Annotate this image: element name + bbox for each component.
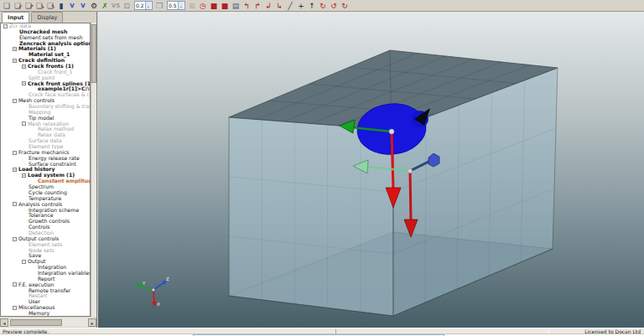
tree-item[interactable]: Cycle counting	[1, 190, 90, 196]
measure-line-icon[interactable]: ╱	[285, 1, 295, 11]
tree-item[interactable]: -Output controls	[1, 236, 90, 242]
tree-item[interactable]: -Output	[1, 259, 90, 265]
tree-item[interactable]: -Crack definition	[1, 58, 90, 64]
tree-vertical-scrollbar[interactable]	[91, 23, 96, 317]
import-file-icon[interactable]: ❏↗	[23, 1, 34, 11]
record-red-icon[interactable]: ■	[220, 1, 230, 11]
orient-corner-4-icon[interactable]: ↳	[274, 1, 284, 11]
tree-item[interactable]: example1r[1]>C:\Users\davidde	[1, 86, 90, 92]
expander-minus-icon[interactable]: -	[13, 99, 17, 103]
save-project-icon[interactable]: ▮	[56, 1, 66, 11]
expander-minus-icon[interactable]: -	[22, 260, 26, 264]
tab-display[interactable]: Display	[31, 12, 63, 23]
orient-corner-1-icon[interactable]: ↰	[242, 1, 252, 11]
tree-item[interactable]: Element sets	[1, 242, 90, 248]
scroll-right-icon[interactable]: ▸	[88, 318, 96, 327]
tree-item[interactable]: Element sets from mesh	[1, 35, 90, 41]
expander-minus-icon[interactable]: -	[13, 168, 17, 172]
expander-minus-icon[interactable]: -	[13, 282, 17, 287]
3d-viewport[interactable]: Y Z X	[98, 12, 644, 328]
tree-item[interactable]: -Mesh relaxation	[1, 121, 90, 127]
tree-item[interactable]: Energy release rate	[1, 156, 90, 162]
tree-item[interactable]: Crack face surfaces & contact	[1, 92, 90, 98]
tree-item[interactable]: -Materials (1)	[1, 46, 90, 52]
expander-minus-icon[interactable]: -	[22, 65, 26, 69]
tree-item[interactable]: Crack front_1	[1, 70, 90, 75]
transparency-cube-icon[interactable]: ⊡	[122, 1, 132, 11]
crosshair-plus-icon[interactable]: +	[296, 1, 306, 11]
expander-minus-icon[interactable]: -	[22, 121, 26, 126]
tree-item[interactable]: -Fracture mechanics	[1, 150, 90, 156]
tree-item[interactable]: Boundary shifting & transfer	[1, 104, 90, 110]
expander-minus-icon[interactable]: -	[13, 151, 17, 155]
transparency-select[interactable]: 0.2⌄	[134, 1, 153, 10]
tree-item[interactable]: -Analysis controls	[1, 202, 90, 208]
tree-item[interactable]: -Miscellaneous	[1, 305, 90, 311]
tree-item[interactable]: Restart	[1, 293, 90, 299]
tree-item[interactable]: Growth controls	[1, 219, 90, 225]
vs-toggle-icon[interactable]: VS	[111, 1, 121, 11]
fit-view-icon[interactable]: ⊞	[187, 1, 197, 11]
mesh-check-icon[interactable]: ✗	[100, 1, 110, 11]
tree-item[interactable]: -Load history	[1, 167, 90, 173]
tree-item[interactable]: Relax data	[1, 132, 90, 138]
axis-up-arrow-icon[interactable]: ↑	[307, 1, 317, 11]
new-file-icon[interactable]: ❏	[2, 1, 12, 11]
expander-minus-icon[interactable]: -	[13, 306, 17, 310]
tree-item[interactable]: Material set_1	[1, 52, 90, 58]
animate-clock-icon[interactable]: ◷	[198, 1, 208, 11]
rotate-z-icon[interactable]: ↻	[340, 1, 350, 11]
tree-item[interactable]: Detection	[1, 230, 90, 236]
tree-item[interactable]: Tolerance	[1, 213, 90, 219]
tree-item[interactable]: Controls	[1, 225, 90, 230]
tree-item[interactable]: Surface data	[1, 138, 90, 144]
open-file-icon[interactable]: ❏↙	[13, 1, 23, 11]
tree-item[interactable]: Memory	[1, 311, 90, 317]
scroll-left-icon[interactable]: ◂	[0, 318, 8, 327]
tree-item[interactable]: Constant amplitude_1	[1, 178, 90, 184]
shrink-select[interactable]: 0.5⌄	[167, 1, 185, 10]
tree-item[interactable]: Element type	[1, 144, 90, 150]
rotate-x-icon[interactable]: ↻	[318, 1, 328, 11]
orient-corner-3-icon[interactable]: ↲	[263, 1, 273, 11]
expander-minus-icon[interactable]: -	[13, 59, 17, 63]
tree-vertical-scrollbar-thumb[interactable]	[91, 24, 96, 83]
tree-item[interactable]: Remote transfer	[1, 288, 90, 294]
tree-item[interactable]: Report	[1, 277, 90, 282]
tree-item[interactable]: Mapping	[1, 110, 90, 116]
tree-item[interactable]: Uncracked mesh	[1, 29, 90, 35]
orient-corner-2-icon[interactable]: ↱	[252, 1, 262, 11]
tree-item[interactable]: -Crack front splines (1)	[1, 81, 90, 87]
tree-item[interactable]: Relax method	[1, 127, 90, 132]
tree-item[interactable]: -Mesh controls	[1, 98, 90, 104]
rotate-y-icon[interactable]: ↺	[329, 1, 339, 11]
tree-item[interactable]: Spectrum	[1, 184, 90, 190]
wizard-v1-icon[interactable]: V	[67, 1, 77, 11]
tree-item[interactable]: -Load system (1)	[1, 173, 90, 178]
export-file-icon[interactable]: ❏↖	[45, 1, 55, 11]
tree-item[interactable]: Surface constraint	[1, 162, 90, 168]
tree-horizontal-scrollbar-thumb[interactable]	[10, 319, 62, 326]
stop-red-icon[interactable]: ■	[209, 1, 219, 11]
tab-input[interactable]: Input	[2, 12, 29, 23]
tree-item[interactable]: Save	[1, 253, 90, 259]
shrink-cube-icon[interactable]: ❒	[154, 1, 164, 11]
save-file-icon[interactable]: ❏↘	[34, 1, 44, 11]
tree-item[interactable]: -Zcr data	[1, 23, 90, 29]
expander-minus-icon[interactable]: -	[22, 173, 26, 178]
transparency-select-caret-icon[interactable]: ⌄	[145, 2, 151, 9]
tree-item[interactable]: Zencrack analysis options	[1, 41, 90, 47]
shrink-select-caret-icon[interactable]: ⌄	[178, 2, 184, 9]
expander-minus-icon[interactable]: -	[3, 24, 8, 28]
tree-item[interactable]: Temperature	[1, 196, 90, 202]
wizard-v2-icon[interactable]: V	[78, 1, 88, 11]
tree-item[interactable]: Split point	[1, 75, 90, 81]
tree-item[interactable]: -Crack fronts (1)	[1, 64, 90, 70]
expander-minus-icon[interactable]: -	[22, 81, 26, 85]
expander-minus-icon[interactable]: -	[13, 202, 17, 206]
tree-item[interactable]: Node sets	[1, 248, 90, 254]
tree-item[interactable]: Integration	[1, 265, 90, 271]
settings-gear-icon[interactable]: ⚙	[89, 1, 99, 11]
expander-minus-icon[interactable]: -	[13, 47, 17, 51]
tree-item[interactable]: User	[1, 299, 90, 305]
